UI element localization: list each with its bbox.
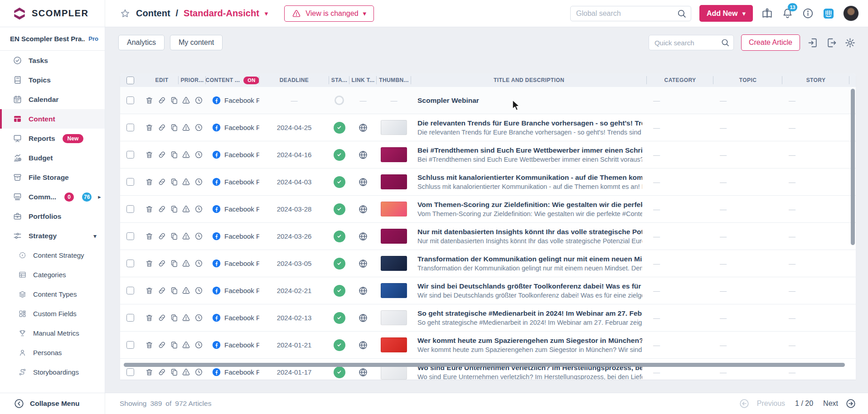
thumbnail-image[interactable] (381, 256, 407, 271)
sidebar-item-categories[interactable]: Categories (0, 265, 105, 284)
article-title[interactable]: Transformation der Kommunikation gelingt… (417, 255, 642, 263)
duplicate-icon[interactable] (170, 150, 179, 159)
table-row[interactable]: Facebook P...2024-01-21Wer kommt heute z… (120, 332, 856, 359)
row-checkbox[interactable] (126, 341, 134, 349)
duplicate-icon[interactable] (170, 341, 179, 349)
thumbnail-image[interactable] (381, 202, 407, 217)
channel-label[interactable]: Facebook P... (224, 341, 259, 349)
row-checkbox[interactable] (126, 151, 134, 159)
status-done-icon[interactable] (334, 258, 345, 270)
column-header-topic[interactable]: TOPIC (713, 73, 782, 87)
article-title[interactable]: Wer kommt heute zum Spazierengehen zum S… (417, 337, 642, 345)
export-icon[interactable] (826, 37, 837, 48)
sidebar-item-tasks[interactable]: Tasks (0, 51, 105, 70)
table-row[interactable]: Facebook P...2024-04-03Schluss mit kanal… (120, 168, 856, 196)
delete-icon[interactable] (145, 150, 154, 159)
sidebar-item-content-types[interactable]: Content Types (0, 284, 105, 304)
link-icon[interactable] (158, 341, 166, 349)
import-icon[interactable] (807, 37, 819, 48)
link-icon[interactable] (158, 205, 166, 213)
table-row[interactable]: Facebook P...2024-03-26Nur mit datenbasi… (120, 223, 856, 250)
row-checkbox[interactable] (126, 178, 134, 186)
chevron-down-icon[interactable]: ▾ (93, 232, 97, 240)
table-row[interactable]: Facebook P...2024-03-28Vom Themen-Scorin… (120, 196, 856, 223)
row-checkbox[interactable] (126, 232, 134, 240)
priority-warning-icon[interactable] (182, 205, 190, 213)
channel-label[interactable]: Facebook P... (224, 178, 259, 186)
link-icon[interactable] (158, 232, 166, 241)
previous-page-icon[interactable] (739, 398, 750, 409)
delete-icon[interactable] (145, 341, 154, 349)
info-icon[interactable] (802, 7, 814, 19)
channel-label[interactable]: Facebook P... (224, 314, 259, 322)
priority-warning-icon[interactable] (182, 150, 190, 159)
article-title[interactable]: Vom Themen-Scoring zur Zieldefinition: W… (417, 201, 642, 209)
article-title[interactable]: Nur mit datenbasierten Insights könnt Ih… (417, 228, 642, 236)
schedule-clock-icon[interactable] (194, 286, 203, 295)
duplicate-icon[interactable] (170, 205, 179, 213)
status-done-icon[interactable] (334, 203, 345, 215)
thumbnail-image[interactable] (381, 337, 407, 352)
channel-label[interactable]: Facebook P... (224, 124, 259, 131)
channel-label[interactable]: Facebook P... (224, 260, 259, 267)
globe-icon[interactable] (358, 150, 368, 160)
row-checkbox[interactable] (126, 368, 134, 376)
sidebar-item-calendar[interactable]: Calendar (0, 90, 105, 109)
schedule-clock-icon[interactable] (194, 178, 203, 186)
duplicate-icon[interactable] (170, 178, 179, 186)
thumbnail-image[interactable] (381, 147, 407, 162)
status-done-icon[interactable] (334, 122, 345, 134)
horizontal-scrollbar[interactable] (124, 363, 845, 367)
row-checkbox[interactable] (126, 124, 134, 131)
thumbnail-image[interactable] (381, 174, 407, 189)
column-header-status[interactable]: STA... (329, 73, 349, 87)
delete-icon[interactable] (145, 368, 154, 376)
article-title[interactable]: Die relevanten Trends für Eure Branche v… (417, 119, 642, 127)
globe-icon[interactable] (358, 367, 368, 377)
article-title[interactable]: Bei #Trendthemen sind Euch Eure Wettbewe… (417, 146, 642, 154)
duplicate-icon[interactable] (170, 368, 179, 376)
table-row[interactable]: Facebook P...2024-02-21Wir sind bei Deut… (120, 277, 856, 304)
column-header-content[interactable]: CONTENT ... ON (206, 73, 259, 87)
link-icon[interactable] (158, 368, 166, 376)
row-checkbox[interactable] (126, 205, 134, 213)
sidebar-item-portfolios[interactable]: Portfolios (0, 207, 105, 226)
duplicate-icon[interactable] (170, 259, 179, 268)
link-icon[interactable] (158, 259, 166, 268)
vertical-scrollbar[interactable] (851, 89, 855, 245)
article-title[interactable]: Wir sind bei Deutschlands größter Toolko… (417, 282, 642, 290)
link-icon[interactable] (158, 178, 166, 186)
search-icon[interactable] (677, 9, 687, 19)
intercom-messenger-icon[interactable] (822, 7, 835, 20)
delete-icon[interactable] (145, 205, 154, 213)
row-checkbox[interactable] (126, 287, 134, 294)
channel-label[interactable]: Facebook P... (224, 368, 259, 376)
globe-icon[interactable] (358, 340, 368, 350)
delete-icon[interactable] (145, 232, 154, 241)
sidebar-item-file-storage[interactable]: File Storage (0, 168, 105, 187)
column-header-deadline[interactable]: DEADLINE (259, 73, 329, 87)
select-all-checkbox[interactable] (126, 77, 134, 84)
thumbnail-image[interactable] (381, 120, 407, 135)
sidebar-item-budget[interactable]: Budget (0, 148, 105, 168)
status-done-icon[interactable] (334, 312, 345, 324)
notifications-bell-icon[interactable]: 13 (781, 7, 794, 19)
delete-icon[interactable] (145, 96, 154, 105)
table-row[interactable]: Facebook P...2024-04-25Die relevanten Tr… (120, 114, 856, 141)
table-row[interactable]: Facebook P...———Scompler Webinar——— (120, 87, 856, 114)
global-search-input[interactable] (570, 6, 691, 21)
add-new-button[interactable]: Add New ▾ (699, 5, 753, 22)
globe-icon[interactable] (358, 313, 368, 323)
globe-icon[interactable] (358, 204, 368, 214)
priority-warning-icon[interactable] (182, 286, 190, 295)
schedule-clock-icon[interactable] (194, 123, 203, 132)
view-changed-button[interactable]: View is changed ▾ (284, 5, 374, 22)
column-header-priority[interactable]: PRIOR... (179, 73, 206, 87)
priority-warning-icon[interactable] (182, 368, 190, 376)
globe-icon[interactable] (358, 259, 368, 269)
duplicate-icon[interactable] (170, 286, 179, 295)
content-on-toggle[interactable]: ON (243, 77, 259, 84)
delete-icon[interactable] (145, 123, 154, 132)
delete-icon[interactable] (145, 259, 154, 268)
priority-warning-icon[interactable] (182, 123, 190, 132)
